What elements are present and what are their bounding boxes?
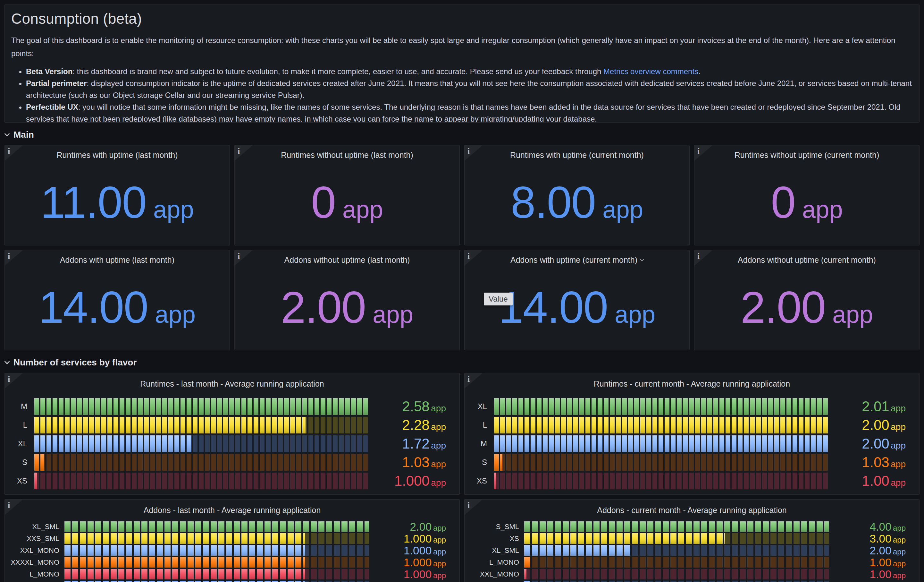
- bar-track: [34, 435, 369, 452]
- panel-title[interactable]: Addons with uptime (last month): [5, 250, 229, 265]
- bar-fill: [524, 521, 829, 532]
- bar-fill: [524, 581, 531, 582]
- stat-unit: app: [373, 302, 413, 327]
- attention-points-list: Beta Version: this dashboard is brand ne…: [11, 65, 913, 122]
- stat-number: 14.00: [498, 285, 607, 330]
- bar-label: L_MONO: [469, 558, 519, 567]
- bar-track: [34, 398, 369, 415]
- bar-track: [64, 533, 369, 544]
- bar-panel-runtimes-current-month: i Runtimes - current month - Average run…: [464, 373, 919, 495]
- bar-track: [64, 557, 369, 567]
- bar-track: [494, 398, 829, 415]
- stat-unit: app: [602, 197, 643, 222]
- bar-value: 1.000 app: [369, 532, 446, 545]
- bar-label: M: [9, 402, 27, 411]
- bar-track: [64, 569, 369, 579]
- panel-title-with-menu[interactable]: Addons with uptime (current month): [465, 250, 689, 265]
- bar-track: [494, 473, 829, 489]
- bar-row: XL_SML 2.00 app: [469, 545, 906, 556]
- bar-row: XXS_SML 1.000 app: [9, 533, 446, 544]
- bar-row: XXL_MONO 1.00 app: [469, 569, 906, 579]
- bar-track: [64, 521, 369, 532]
- stat-panel-runtimes-uptime-current-month: i Runtimes with uptime (current month) 8…: [464, 145, 690, 245]
- bullet-lead: Perfectible UX: [26, 103, 78, 111]
- bar-label: XXL_MONO: [469, 570, 519, 579]
- bar-row: XS 1.000 app: [9, 473, 446, 489]
- section-header-flavors[interactable]: Number of services by flavor: [5, 355, 919, 370]
- bar-rows: M 2.58 app L 2.28 app XL 1.72 app S 1.03…: [5, 398, 459, 489]
- stat-number: 11.00: [40, 180, 146, 225]
- panel-title: Runtimes - current month - Average runni…: [465, 373, 919, 389]
- bar-value: 1.00 app: [829, 556, 906, 569]
- bar-row: XXL_MONO 1.000 app: [9, 545, 446, 556]
- chevron-down-icon: [5, 359, 10, 364]
- bar-row: S 1.03 app: [469, 454, 906, 471]
- panel-title[interactable]: Runtimes with uptime (last month): [5, 146, 229, 160]
- stat-unit: app: [153, 197, 194, 222]
- bar-track: [494, 454, 829, 471]
- bar-row: S 1.03 app: [9, 454, 446, 471]
- bar-panel-addons-current-month: i Addons - current month - Average runni…: [464, 499, 919, 582]
- stat-value: 2.00 app: [281, 285, 413, 330]
- stat-number: 0: [311, 180, 335, 225]
- bar-fill: [64, 545, 305, 556]
- bar-row-partial: [469, 581, 906, 582]
- stat-value: 14.00 app: [39, 285, 196, 330]
- bar-track: [524, 533, 829, 544]
- bar-value: 1.000 app: [369, 473, 446, 489]
- chevron-down-icon: [5, 131, 10, 137]
- bar-row: S_SML 4.00 app: [469, 521, 906, 532]
- bar-value: 2.00 app: [829, 417, 906, 433]
- bar-fill: [34, 454, 44, 471]
- bar-label: XXXXL_MONO: [9, 558, 59, 567]
- stat-unit: app: [342, 197, 383, 222]
- panel-title: Addons - last month - Average running ap…: [5, 499, 459, 515]
- bar-fill: [494, 454, 502, 471]
- bar-row: L 2.00 app: [469, 417, 906, 433]
- bar-track: [494, 435, 829, 452]
- bar-fill: [494, 473, 496, 489]
- bar-value: 2.01 app: [829, 398, 906, 415]
- panel-title[interactable]: Runtimes without uptime (last month): [235, 146, 459, 160]
- panel-title[interactable]: Runtimes with uptime (current month): [465, 146, 689, 160]
- bar-panel-runtimes-last-month: i Runtimes - last month - Average runnin…: [5, 373, 460, 495]
- bar-fill: [34, 473, 37, 489]
- stat-number: 0: [771, 180, 795, 225]
- stat-body: 0 app: [695, 160, 919, 245]
- bar-row: XXXXL_MONO 1.000 app: [9, 557, 446, 567]
- stat-body: 0 app: [235, 160, 459, 245]
- bar-track: [524, 521, 829, 532]
- bar-fill: [34, 417, 305, 433]
- bar-label: S_SML: [469, 522, 519, 531]
- bar-label: XS: [9, 476, 27, 485]
- bar-fill: [34, 398, 369, 415]
- bar-value: 1.03 app: [369, 454, 446, 470]
- section-header-main[interactable]: Main: [5, 128, 919, 142]
- bar-row: M 2.00 app: [469, 435, 906, 452]
- dashboard-header-panel: Consumption (beta) The goal of this dash…: [5, 5, 919, 122]
- bar-value: 1.000 app: [369, 544, 446, 557]
- bar-grid-addons: i Addons - last month - Average running …: [5, 499, 919, 582]
- bar-fill: [494, 417, 829, 433]
- bar-track: [64, 581, 369, 582]
- bar-fill: [64, 557, 305, 567]
- bar-track: [34, 417, 369, 433]
- stat-value: 2.00 app: [741, 285, 873, 330]
- panel-title[interactable]: Addons without uptime (current month): [695, 250, 919, 265]
- panel-title[interactable]: Addons without uptime (last month): [235, 250, 459, 265]
- metrics-overview-comments-link[interactable]: Metrics overview comments: [603, 67, 698, 76]
- stat-body: 8.00 app: [465, 160, 689, 245]
- bar-value: 2.00 app: [829, 436, 906, 452]
- stat-value: 0 app: [771, 180, 843, 225]
- bar-fill: [64, 521, 369, 532]
- panel-title[interactable]: Runtimes without uptime (current month): [695, 146, 919, 160]
- bar-row: XL_SML 2.00 app: [9, 521, 446, 532]
- bar-fill: [524, 533, 725, 544]
- bullet-text: : displayed consumption indicator is the…: [26, 79, 912, 99]
- bar-label: XL_SML: [469, 546, 519, 555]
- bar-row: L_MONO 1.00 app: [469, 557, 906, 567]
- stat-unit: app: [802, 197, 843, 222]
- bar-value: 1.000 app: [369, 580, 446, 582]
- stat-unit: app: [615, 302, 655, 327]
- bar-row: L_MONO 1.000 app: [9, 569, 446, 579]
